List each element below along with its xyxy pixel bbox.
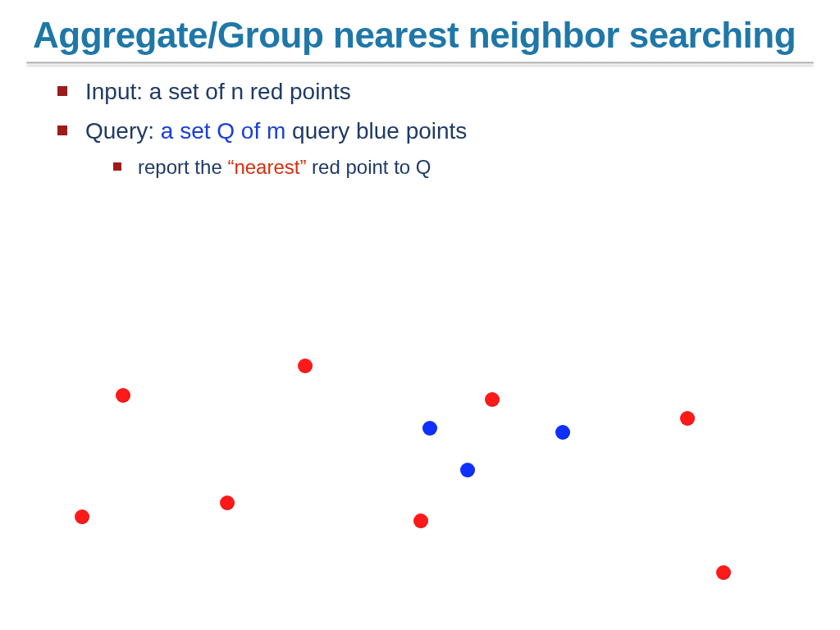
bullet-query-post: query blue points [285, 118, 467, 144]
bullet-query-mid: a set Q of m [161, 118, 286, 144]
slide-title: Aggregate/Group nearest neighbor searchi… [33, 15, 807, 55]
red-point [413, 514, 428, 528]
bullet-query: Query: a set Q of m query blue points re… [57, 116, 807, 180]
red-point [680, 411, 695, 426]
sub-bullet-report: report the “nearest” red point to Q [113, 153, 807, 181]
red-point [116, 388, 130, 403]
bullet-input-text: Input: a set of n red points [85, 79, 351, 104]
sub-post: red point to Q [306, 156, 431, 178]
title-divider [26, 62, 814, 65]
red-point [220, 495, 235, 510]
red-point [298, 358, 313, 373]
sub-pre: report the [138, 156, 227, 178]
red-point [75, 509, 89, 524]
red-point [485, 392, 500, 407]
bullet-input: Input: a set of n red points [57, 76, 807, 107]
slide: Aggregate/Group nearest neighbor searchi… [0, 0, 840, 630]
red-point [716, 565, 731, 580]
sub-mid: “nearest” [227, 156, 306, 178]
blue-point [422, 421, 437, 436]
sub-bullet-list: report the “nearest” red point to Q [85, 153, 807, 181]
blue-point [555, 425, 570, 440]
bullet-query-pre: Query: [85, 118, 161, 144]
blue-point [460, 463, 475, 477]
bullet-list: Input: a set of n red points Query: a se… [33, 76, 807, 180]
